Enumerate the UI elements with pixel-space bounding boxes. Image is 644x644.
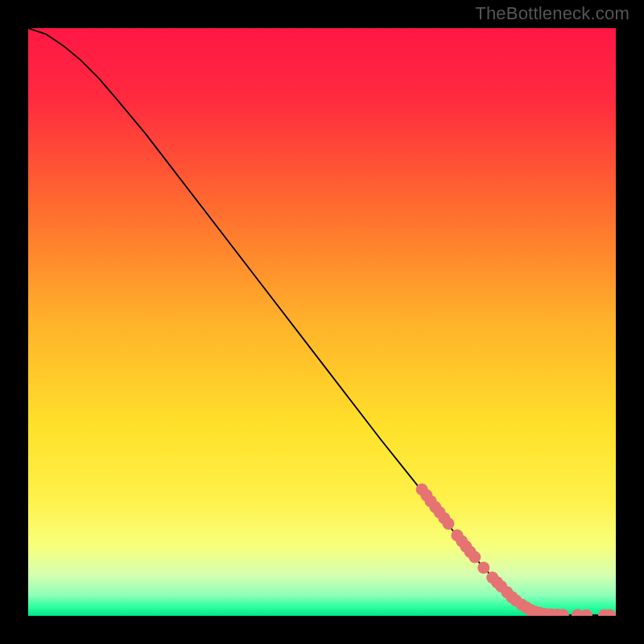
chart-background [28,28,616,616]
watermark-text: TheBottleneck.com [475,3,630,24]
chart-container: TheBottleneck.com [0,0,644,644]
scatter-point [477,562,489,574]
scatter-point [442,518,454,530]
scatter-point [469,551,481,564]
chart-svg [28,28,616,616]
